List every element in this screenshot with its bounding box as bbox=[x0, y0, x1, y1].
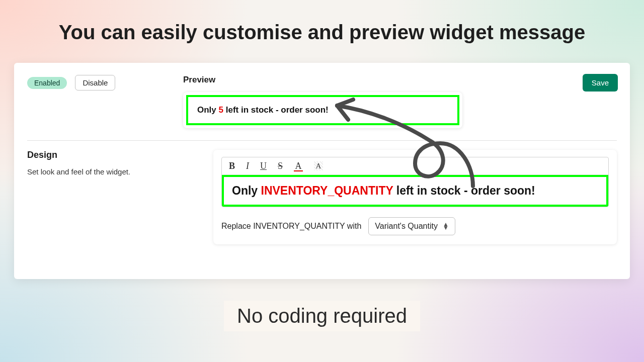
editor-highlight-box: Only INVENTORY_QUANTITY left in stock - … bbox=[222, 175, 608, 207]
status-row: Enabled Disable bbox=[27, 75, 183, 90]
editor-toolbar: B I U S A A bbox=[222, 157, 608, 175]
background-color-button[interactable]: A bbox=[314, 161, 323, 170]
italic-button[interactable]: I bbox=[246, 161, 249, 170]
preview-panel: Only 5 left in stock - order soon! bbox=[183, 92, 462, 128]
underline-button[interactable]: U bbox=[260, 161, 267, 170]
design-subtitle: Set look and feel of the widget. bbox=[27, 167, 213, 176]
design-heading: Design bbox=[27, 150, 213, 160]
design-row: Design Set look and feel of the widget. … bbox=[27, 150, 617, 244]
editor-text-before: Only bbox=[232, 184, 261, 197]
replace-select[interactable]: Variant's Quantity ▲▼ bbox=[368, 217, 455, 235]
preview-text: Only 5 left in stock - order soon! bbox=[197, 105, 329, 115]
bold-button[interactable]: B bbox=[229, 161, 235, 170]
replace-selected-value: Variant's Quantity bbox=[375, 222, 438, 231]
preview-text-before: Only bbox=[197, 105, 219, 115]
editor-content[interactable]: Only INVENTORY_QUANTITY left in stock - … bbox=[224, 177, 606, 205]
editor-text-after: left in stock - order soon! bbox=[393, 184, 535, 197]
preview-heading: Preview bbox=[183, 75, 617, 85]
top-row: Enabled Disable Preview Only 5 left in s… bbox=[27, 75, 617, 128]
preview-highlight-box: Only 5 left in stock - order soon! bbox=[186, 95, 459, 125]
replace-row: Replace INVENTORY_QUANTITY with Variant'… bbox=[221, 217, 609, 235]
strikethrough-button[interactable]: S bbox=[278, 161, 283, 170]
preview-quantity: 5 bbox=[219, 105, 223, 115]
status-column: Enabled Disable bbox=[27, 75, 183, 128]
replace-label: Replace INVENTORY_QUANTITY with bbox=[221, 222, 361, 231]
editor-token: INVENTORY_QUANTITY bbox=[261, 184, 393, 197]
design-info: Design Set look and feel of the widget. bbox=[27, 150, 213, 244]
save-button[interactable]: Save bbox=[583, 74, 618, 92]
page-headline: You can easily customise and preview wid… bbox=[0, 21, 644, 44]
section-divider bbox=[27, 140, 617, 141]
footer-caption: No coding required bbox=[224, 301, 420, 331]
design-editor-panel: B I U S A A Only INVENTORY_QUANTITY left… bbox=[213, 150, 617, 244]
text-color-button[interactable]: A bbox=[294, 161, 303, 170]
select-caret-icon: ▲▼ bbox=[443, 223, 449, 230]
preview-column: Preview Only 5 left in stock - order soo… bbox=[183, 75, 617, 128]
preview-text-after: left in stock - order soon! bbox=[223, 105, 329, 115]
settings-card: Save Enabled Disable Preview Only 5 left… bbox=[14, 63, 630, 279]
enabled-badge: Enabled bbox=[27, 77, 67, 89]
disable-button[interactable]: Disable bbox=[75, 75, 115, 90]
rich-text-editor: B I U S A A Only INVENTORY_QUANTITY left… bbox=[221, 157, 609, 207]
